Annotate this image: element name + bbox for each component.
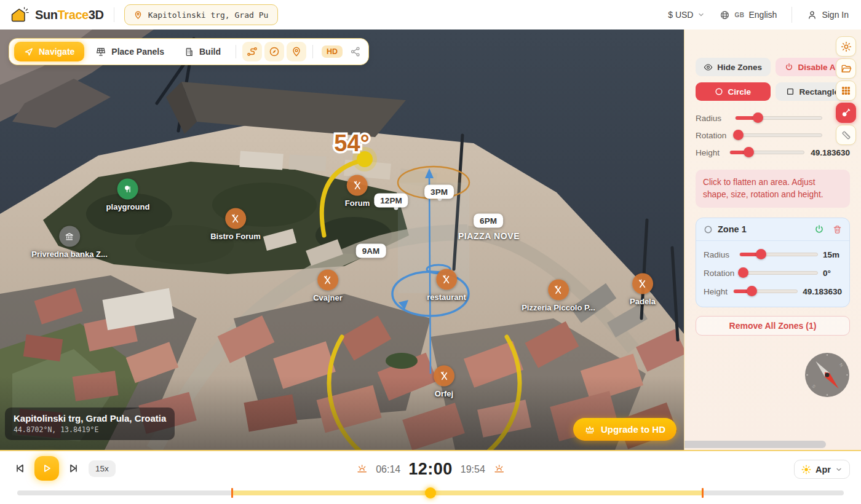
skip-back-button[interactable]	[11, 460, 28, 477]
height-slider[interactable]	[733, 289, 798, 293]
slider-row-height: Height49.183630	[704, 282, 842, 301]
route-icon	[247, 46, 258, 57]
zone-power-icon[interactable]	[814, 224, 824, 234]
sunset-marker	[702, 488, 704, 498]
slider-thumb[interactable]	[733, 130, 744, 140]
place-panels-button[interactable]: Place Panels	[87, 42, 173, 61]
suntrace3d-app: SunTrace3D $ USD GB English Sign In	[0, 0, 861, 504]
hd-badge[interactable]: HD	[322, 45, 343, 58]
compass-widget[interactable]: N S	[804, 352, 851, 398]
poi-marker-restaurant[interactable]: Cvajner	[313, 270, 343, 302]
ruler-tool-button[interactable]	[836, 125, 856, 145]
radius-slider[interactable]	[739, 253, 818, 256]
timeline-thumb[interactable]	[425, 487, 436, 498]
daylight-segment	[232, 490, 702, 495]
location-title: Kapitolinski trg, Grad Pula, Croatia	[14, 413, 166, 423]
location-pin-icon	[133, 10, 143, 20]
sunrise-time: 06:14	[376, 464, 400, 475]
map-viewport[interactable]: 54° Navigate Place Panels Build	[0, 30, 684, 450]
cutlery-icon	[554, 285, 564, 295]
poi-label: Cvajner	[313, 293, 343, 302]
poi-marker-restaurant[interactable]: Forum	[345, 175, 370, 208]
poi-marker-park[interactable]: playground	[106, 179, 150, 211]
poi-marker-restaurant[interactable]: Padela	[630, 274, 656, 306]
slider-thumb[interactable]	[738, 267, 748, 278]
poi-icon[interactable]	[548, 280, 569, 301]
slider-thumb[interactable]	[753, 112, 763, 123]
compass-tool-button[interactable]	[264, 42, 284, 61]
slider-thumb[interactable]	[747, 286, 757, 296]
speed-badge[interactable]: 15x	[89, 460, 116, 477]
play-button[interactable]	[34, 456, 59, 481]
slider-label: Rotation	[704, 269, 739, 278]
location-card: Kapitolinski trg, Grad Pula, Croatia 44.…	[5, 408, 175, 440]
shovel-tool-button[interactable]	[836, 103, 856, 123]
brand-logo[interactable]: SunTrace3D	[10, 7, 104, 23]
month-sun-icon	[801, 465, 811, 474]
slider-thumb[interactable]	[756, 249, 766, 259]
rotation-slider[interactable]	[739, 271, 818, 275]
cutlery-icon	[439, 371, 450, 381]
cutlery-icon	[322, 275, 333, 285]
poi-marker-restaurant[interactable]: Orfej	[434, 366, 454, 398]
folder-tool-button[interactable]	[836, 58, 856, 79]
toolbar-divider-2	[312, 45, 313, 58]
remove-all-zones-button[interactable]: Remove All Zones (1)	[696, 316, 850, 336]
share-button[interactable]	[347, 46, 363, 57]
area-label: PIAZZA NOVE	[458, 231, 520, 241]
circle-shape-button[interactable]: Circle	[696, 82, 771, 101]
hide-zones-button[interactable]: Hide Zones	[696, 58, 771, 76]
grid-tool-button[interactable]	[836, 81, 856, 101]
zone-card: Zone 1 Radius15mRotation0°Height49.18363…	[696, 218, 850, 307]
poi-icon[interactable]	[434, 366, 454, 387]
navigate-button[interactable]: Navigate	[14, 42, 84, 61]
compass-icon	[269, 46, 280, 57]
zone-trash-icon[interactable]	[833, 225, 842, 234]
poi-icon[interactable]	[59, 226, 80, 247]
upgrade-hd-button[interactable]: Upgrade to HD	[573, 418, 676, 441]
slider-row-radius: Radius15m	[704, 245, 842, 264]
poi-icon[interactable]	[347, 175, 368, 196]
build-button[interactable]: Build	[175, 42, 229, 61]
navigate-cursor-icon	[24, 47, 34, 57]
poi-marker-restaurant[interactable]: Bistro Forum	[210, 208, 261, 241]
skip-forward-button[interactable]	[65, 460, 82, 477]
search-input[interactable]	[148, 10, 269, 20]
zones-sidebar: Hide Zones Disable All Circle Rectangle …	[684, 30, 861, 450]
sidebar-scrollbar[interactable]	[684, 441, 826, 448]
radius-slider[interactable]	[735, 116, 822, 120]
rotation-slider[interactable]	[735, 133, 822, 137]
poi-icon[interactable]	[225, 208, 246, 229]
sun-tool-button[interactable]	[836, 36, 856, 57]
slider-thumb[interactable]	[744, 147, 754, 157]
month-selector[interactable]: Apr	[794, 460, 850, 479]
tree-icon	[123, 184, 133, 194]
poi-marker-restaurant[interactable]: Pizzeria Piccolo P...	[522, 280, 595, 312]
poi-marker-bank[interactable]: Privredna banka Z...	[31, 226, 108, 259]
height-slider[interactable]	[729, 151, 804, 154]
house-logo-icon	[10, 7, 30, 23]
location-search[interactable]	[124, 4, 278, 25]
cutlery-icon	[441, 274, 451, 285]
language-selector[interactable]: GB English	[720, 10, 777, 20]
current-time: 12:00	[408, 460, 453, 479]
poi-icon[interactable]	[317, 270, 338, 291]
poi-icon[interactable]	[117, 179, 138, 200]
route-tool-button[interactable]	[242, 42, 262, 61]
cutlery-icon	[637, 278, 648, 289]
currency-selector[interactable]: $ USD	[668, 10, 705, 20]
slider-row-rotation: Rotation0°	[704, 264, 842, 282]
poi-marker-restaurant[interactable]: restaurant	[427, 269, 466, 302]
sun-time-badge: 12PM	[374, 194, 408, 208]
poi-icon[interactable]	[436, 269, 457, 290]
crown-icon	[584, 424, 595, 435]
pin-tool-button[interactable]	[287, 42, 306, 61]
zone-sliders: Radius15mRotation0°Height49.183630	[696, 241, 849, 307]
folder-icon	[841, 63, 852, 74]
timeline-bar: 15x 06:14 12:00 19:54 Apr	[0, 450, 861, 504]
building-icon	[184, 47, 194, 57]
sign-in-button[interactable]: Sign In	[807, 10, 849, 20]
slider-row-radius: Radius	[696, 109, 850, 127]
time-display: 06:14 12:00 19:54	[356, 460, 505, 479]
poi-icon[interactable]	[632, 274, 653, 294]
